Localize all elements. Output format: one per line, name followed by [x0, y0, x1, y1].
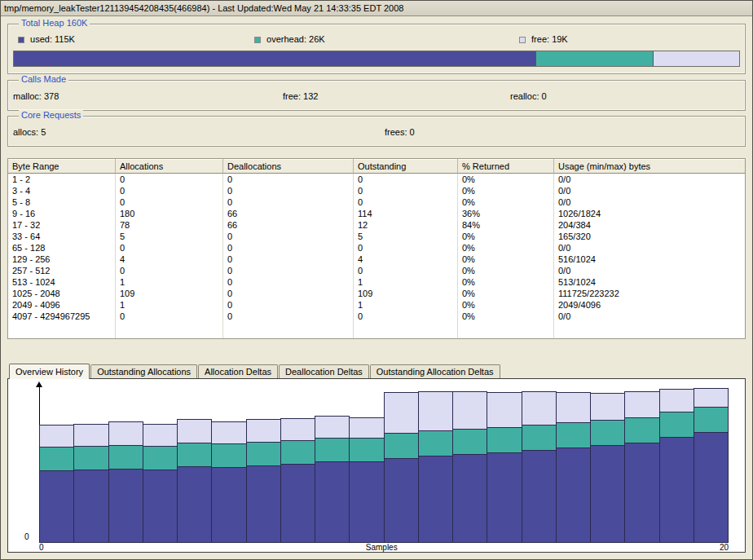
table-cell: 513 - 1024	[8, 276, 116, 288]
table-row[interactable]: 33 - 645050%165/320	[8, 231, 745, 242]
bar-segment-used	[591, 445, 624, 542]
history-bar	[659, 389, 694, 543]
column-header-deallocations[interactable]: Deallocations	[223, 159, 354, 174]
heap-usage-bar	[13, 51, 740, 67]
table-cell: 0	[116, 185, 223, 196]
table-empty-area	[8, 322, 745, 338]
table-cell: 0/0	[554, 174, 745, 185]
table-row[interactable]: 1025 - 204810901090%111725/223232	[8, 288, 745, 299]
table-cell: 109	[354, 288, 458, 299]
table-row[interactable]: 129 - 2564040%516/1024	[8, 254, 745, 265]
history-bar	[522, 391, 557, 543]
table-cell: 0/0	[554, 242, 745, 254]
tab-outstanding-allocation-deltas[interactable]: Outstanding Allocation Deltas	[370, 364, 500, 378]
bar-segment-used	[212, 467, 245, 542]
table-row[interactable]: 65 - 1280000%0/0	[8, 242, 745, 254]
bar-segment-overhead	[694, 407, 728, 432]
bar-segment-free	[40, 426, 73, 447]
legend-label-free: free: 19K	[531, 34, 568, 44]
tab-outstanding-allocations[interactable]: Outstanding Allocations	[90, 364, 197, 378]
table-cell: 0%	[458, 242, 554, 254]
history-bar	[694, 388, 729, 543]
column-header-byte-range[interactable]: Byte Range	[8, 159, 116, 174]
bar-segment-overhead	[247, 442, 280, 465]
column-header-returned[interactable]: % Returned	[458, 159, 554, 174]
used-color-swatch	[18, 37, 24, 43]
bar-segment-overhead	[212, 443, 245, 467]
table-cell: 1	[354, 299, 458, 311]
table-cell: 1	[116, 299, 223, 311]
table-cell: 2049/4096	[554, 299, 745, 311]
table-cell	[458, 322, 554, 338]
table-row[interactable]: 9 - 161806611436%1026/1824	[8, 208, 745, 219]
table-row[interactable]: 1 - 20000%0/0	[8, 174, 745, 185]
calls-made-title: Calls Made	[19, 74, 68, 84]
table-cell: 0	[223, 254, 354, 265]
calls-made-section: Calls Made malloc: 378 free: 132 realloc…	[7, 80, 746, 111]
table-cell: 0%	[458, 231, 554, 242]
bar-segment-free	[74, 425, 108, 446]
table-row[interactable]: 5 - 80000%0/0	[8, 196, 745, 208]
free-color-swatch	[519, 37, 526, 43]
table-row[interactable]: 2049 - 40961010%2049/4096	[8, 299, 745, 311]
x-tick-end: 20	[720, 543, 729, 552]
legend-item-free: free: 19K	[514, 34, 740, 46]
bar-segment-free	[660, 390, 694, 412]
table-cell: 0	[116, 174, 223, 185]
history-bars	[39, 388, 729, 543]
column-header-outstanding[interactable]: Outstanding	[354, 159, 458, 174]
table-cell: 204/384	[554, 219, 745, 231]
table-cell: 0	[223, 265, 354, 276]
table-cell: 0%	[458, 299, 554, 311]
core-requests-section: Core Requests allocs: 5 frees: 0	[7, 116, 746, 147]
history-bar	[177, 419, 212, 543]
table-cell: 111725/223232	[554, 288, 745, 299]
table-row[interactable]: 4097 - 42949672950000%0/0	[8, 311, 745, 322]
table-cell: 0	[223, 174, 354, 185]
table-cell: 4097 - 4294967295	[8, 311, 116, 322]
table-cell: 114	[354, 208, 458, 219]
table-cell: 4	[354, 254, 458, 265]
tab-deallocation-deltas[interactable]: Deallocation Deltas	[279, 364, 369, 378]
bar-segment-overhead	[40, 447, 73, 470]
table-cell: 516/1024	[554, 254, 745, 265]
bar-segment-overhead	[557, 422, 590, 448]
calls-made-stats: malloc: 378 free: 132 realloc: 0	[13, 91, 740, 101]
bar-segment-overhead	[487, 427, 521, 452]
bar-segment-overhead	[109, 445, 143, 469]
main-content: Total Heap 160K used: 115K overhead: 26K…	[1, 24, 752, 553]
table-cell: 0	[116, 196, 223, 208]
column-header-allocations[interactable]: Allocations	[116, 159, 223, 174]
bar-segment-overhead	[350, 438, 383, 461]
bar-segment-free	[178, 420, 211, 443]
history-bar	[108, 421, 143, 543]
bar-segment-overhead	[143, 446, 177, 470]
application-window: tmp/memory_leakTester121139454208435(466…	[1, 1, 752, 553]
table-row[interactable]: 257 - 5120000%0/0	[8, 265, 745, 276]
history-bar	[487, 392, 522, 543]
window-titlebar: tmp/memory_leakTester121139454208435(466…	[1, 1, 752, 16]
overview-history-chart: 0 0 Samples 20	[7, 378, 746, 553]
table-row[interactable]: 513 - 10241010%513/1024	[8, 276, 745, 288]
history-bar	[556, 392, 591, 543]
table-cell: 1	[116, 276, 223, 288]
legend-item-overhead: overhead: 26K	[249, 34, 514, 46]
table-row[interactable]: 17 - 3278661284%204/384	[8, 219, 745, 231]
bar-segment-used	[385, 458, 418, 542]
y-axis-zero-label: 0	[24, 532, 29, 541]
table-cell: 5	[116, 231, 223, 242]
x-axis-title: Samples	[366, 543, 398, 552]
tab-overview-history[interactable]: Overview History	[9, 364, 90, 379]
table-row[interactable]: 3 - 40000%0/0	[8, 185, 745, 196]
bar-segment-used	[40, 470, 73, 542]
table-cell: 0	[116, 311, 223, 322]
column-header-usage-min-max-bytes[interactable]: Usage (min/max) bytes	[554, 159, 745, 174]
bar-segment-used	[557, 448, 590, 542]
table-cell: 0	[354, 242, 458, 254]
tab-allocation-deltas[interactable]: Allocation Deltas	[198, 364, 278, 378]
table-cell: 1 - 2	[8, 174, 116, 185]
table-cell: 84%	[458, 219, 554, 231]
bar-segment-overhead	[315, 438, 349, 461]
bar-segment-overhead	[178, 443, 211, 466]
bar-segment-overhead	[74, 446, 108, 470]
